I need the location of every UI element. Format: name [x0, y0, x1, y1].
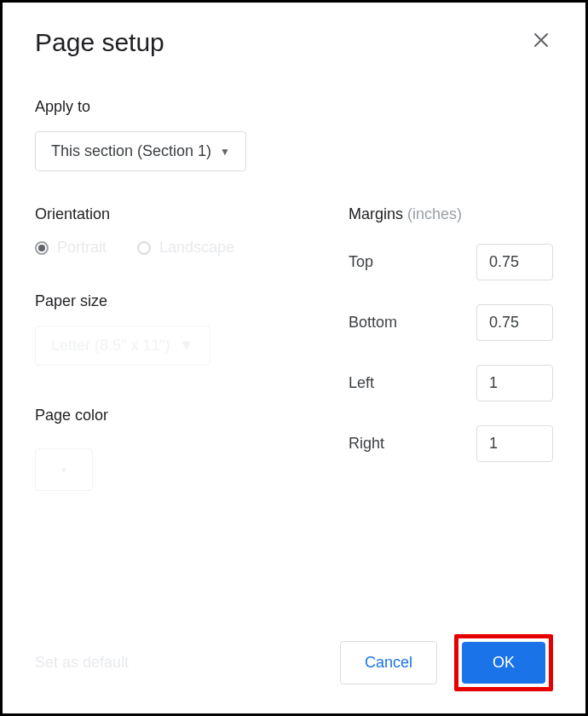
margin-bottom-label: Bottom: [349, 314, 397, 332]
apply-to-dropdown[interactable]: This section (Section 1) ▼: [35, 131, 246, 171]
margin-right-input[interactable]: 1: [476, 425, 553, 462]
chevron-down-icon: ▼: [220, 146, 230, 158]
dialog-title: Page setup: [35, 28, 164, 57]
orientation-options: Portrait Landscape: [35, 239, 314, 257]
chevron-down-icon: ▼: [179, 337, 194, 355]
margin-left-row: Left 1: [349, 365, 553, 401]
radio-unselected-icon: [137, 241, 151, 255]
margin-left-label: Left: [349, 374, 374, 392]
paper-size-dropdown[interactable]: Letter (8.5" x 11") ▼: [35, 326, 210, 366]
orientation-label: Orientation: [35, 205, 314, 223]
orientation-landscape[interactable]: Landscape: [137, 239, 234, 257]
margins-header: Margins (inches): [349, 205, 553, 223]
orientation-portrait[interactable]: Portrait: [35, 239, 107, 257]
page-color-swatch[interactable]: ▼: [35, 448, 93, 491]
portrait-label: Portrait: [57, 239, 107, 257]
margin-right-label: Right: [349, 435, 384, 453]
margins-label: Margins: [349, 205, 403, 222]
page-setup-dialog: Page setup Apply to This section (Sectio…: [0, 0, 588, 716]
paper-size-value: Letter (8.5" x 11"): [51, 337, 170, 355]
ok-highlight-box: OK: [454, 634, 553, 691]
cancel-button[interactable]: Cancel: [340, 641, 437, 684]
margin-bottom-row: Bottom 0.75: [349, 304, 553, 341]
margin-top-input[interactable]: 0.75: [476, 244, 553, 280]
apply-to-value: This section (Section 1): [51, 142, 211, 160]
apply-to-label: Apply to: [35, 98, 553, 116]
margin-top-label: Top: [349, 253, 373, 271]
page-color-label: Page color: [35, 407, 314, 424]
landscape-label: Landscape: [159, 239, 234, 257]
dialog-footer: Set as default Cancel OK: [35, 634, 553, 691]
margin-left-input[interactable]: 1: [476, 365, 553, 401]
margin-bottom-input[interactable]: 0.75: [476, 304, 553, 341]
ok-button[interactable]: OK: [462, 642, 545, 684]
apply-to-section: Apply to This section (Section 1) ▼: [35, 98, 553, 171]
margin-top-row: Top 0.75: [349, 244, 553, 280]
margins-unit: (inches): [407, 205, 462, 222]
dialog-header: Page setup: [35, 28, 553, 57]
margin-right-row: Right 1: [349, 425, 553, 462]
close-icon[interactable]: [529, 28, 553, 57]
paper-size-label: Paper size: [35, 292, 314, 310]
set-as-default-button[interactable]: Set as default: [35, 654, 129, 672]
radio-selected-icon: [35, 241, 49, 255]
chevron-down-icon: ▼: [60, 465, 68, 475]
